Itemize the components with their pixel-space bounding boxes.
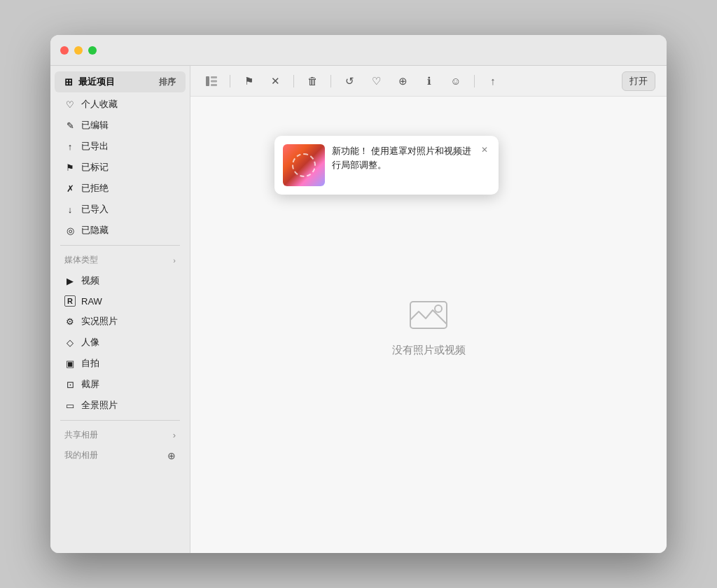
sort-button[interactable]: 排序: [159, 76, 176, 88]
share-toolbar-icon[interactable]: ↑: [483, 71, 503, 91]
reject-toolbar-icon[interactable]: ✕: [265, 71, 285, 91]
minimize-button[interactable]: [74, 46, 83, 55]
edit-icon: ✎: [64, 120, 76, 131]
rejected-label: 已拒绝: [81, 182, 109, 195]
open-button[interactable]: 打开: [622, 71, 655, 91]
sidebar-item-live[interactable]: ⚙ 实况照片: [55, 312, 186, 331]
portrait-icon: ◇: [64, 337, 76, 348]
panorama-icon: ▭: [64, 400, 76, 411]
portrait-label: 人像: [81, 336, 99, 349]
grid-icon: ⊞: [64, 76, 73, 88]
media-type-section: 媒体类型 ›: [55, 251, 186, 269]
notification-popup: 新功能！ 使用遮罩对照片和视频进行局部调整。 ✕: [274, 136, 499, 195]
shared-albums-section: 共享相册 ›: [55, 426, 186, 444]
sidebar-recent-header: ⊞ 最近项目 排序: [55, 71, 186, 92]
empty-state-text: 没有照片或视频: [392, 344, 466, 357]
heart-toolbar-icon[interactable]: ♡: [366, 71, 386, 91]
notification-text: 新功能！ 使用遮罩对照片和视频进行局部调整。: [332, 146, 471, 170]
toolbar-sep-3: [330, 75, 331, 88]
sidebar-item-imported[interactable]: ↓ 已导入: [55, 200, 186, 219]
exported-label: 已导出: [81, 140, 109, 153]
reject-icon: ✗: [64, 183, 76, 194]
svg-rect-0: [206, 76, 209, 86]
toolbar-sep-1: [230, 75, 230, 88]
screenshot-icon: ⊡: [64, 379, 76, 390]
sidebar-item-video[interactable]: ▶ 视频: [55, 271, 186, 290]
sidebar-item-selfie[interactable]: ▣ 自拍: [55, 354, 186, 373]
toolbar-sep-4: [474, 75, 475, 88]
close-button[interactable]: [60, 46, 69, 55]
svg-rect-2: [211, 80, 217, 82]
sidebar-item-raw[interactable]: R RAW: [55, 292, 186, 310]
screenshot-label: 截屏: [81, 378, 99, 391]
app-body: ⊞ 最近项目 排序 ♡ 个人收藏 ✎ 已编辑 ↑ 已导出 ⚑ 已标记: [50, 66, 667, 553]
sidebar-item-portrait[interactable]: ◇ 人像: [55, 332, 186, 352]
media-expand-icon[interactable]: ›: [173, 256, 176, 265]
shared-albums-expand-icon[interactable]: ›: [173, 430, 176, 440]
panorama-label: 全景照片: [81, 399, 118, 412]
video-label: 视频: [81, 274, 99, 287]
favorites-label: 个人收藏: [81, 98, 118, 111]
hidden-icon: ◎: [64, 225, 76, 236]
live-label: 实况照片: [81, 315, 118, 328]
notification-close-button[interactable]: ✕: [479, 144, 490, 155]
content-area: 新功能！ 使用遮罩对照片和视频进行局部调整。 ✕ 没有照片或视频: [190, 97, 667, 553]
app-window: ⊞ 最近项目 排序 ♡ 个人收藏 ✎ 已编辑 ↑ 已导出 ⚑ 已标记: [50, 35, 667, 553]
sidebar-item-flagged[interactable]: ⚑ 已标记: [55, 158, 186, 177]
import-icon: ↓: [64, 204, 76, 215]
edited-label: 已编辑: [81, 119, 109, 132]
live-icon: ⚙: [64, 316, 76, 327]
flag-icon: ⚑: [64, 162, 76, 173]
empty-state-icon: [408, 293, 450, 335]
sidebar-item-screenshot[interactable]: ⊡ 截屏: [55, 374, 186, 394]
notification-thumbnail: [283, 144, 325, 186]
traffic-lights: [60, 46, 97, 55]
add-album-icon[interactable]: ⊕: [167, 450, 176, 461]
sidebar-item-edited[interactable]: ✎ 已编辑: [55, 115, 186, 135]
face-toolbar-icon[interactable]: ☺: [446, 71, 466, 91]
sidebar-item-hidden[interactable]: ◎ 已隐藏: [55, 220, 186, 240]
selfie-icon: ▣: [64, 358, 76, 369]
media-type-label: 媒体类型: [64, 254, 98, 266]
sidebar-item-favorites[interactable]: ♡ 个人收藏: [55, 94, 186, 114]
imported-label: 已导入: [81, 203, 109, 216]
sidebar-item-panorama[interactable]: ▭ 全景照片: [55, 396, 186, 415]
notification-content: 新功能！ 使用遮罩对照片和视频进行局部调整。: [332, 144, 472, 172]
maximize-button[interactable]: [88, 46, 97, 55]
main-content: ⚑ ✕ 🗑 ↺ ♡ ⊕ ℹ ☺ ↑ 打开: [190, 66, 667, 553]
svg-rect-1: [211, 76, 217, 78]
sidebar-item-exported[interactable]: ↑ 已导出: [55, 136, 186, 156]
raw-icon: R: [64, 295, 76, 307]
my-albums-label: 我的相册: [64, 449, 98, 461]
sidebar: ⊞ 最近项目 排序 ♡ 个人收藏 ✎ 已编辑 ↑ 已导出 ⚑ 已标记: [50, 66, 190, 553]
delete-toolbar-icon[interactable]: 🗑: [302, 71, 322, 91]
export-icon: ↑: [64, 141, 76, 152]
sidebar-toggle-icon[interactable]: [202, 71, 221, 91]
recent-label: 最近项目: [78, 76, 115, 88]
svg-point-5: [435, 305, 442, 312]
my-albums-section: 我的相册 ⊕: [55, 447, 186, 464]
divider-2: [60, 420, 180, 421]
video-icon: ▶: [64, 275, 76, 286]
divider-1: [60, 245, 180, 246]
sidebar-item-rejected[interactable]: ✗ 已拒绝: [55, 178, 186, 198]
share-album-toolbar-icon[interactable]: ⊕: [393, 71, 412, 91]
selfie-label: 自拍: [81, 357, 99, 370]
flagged-label: 已标记: [81, 161, 109, 174]
info-toolbar-icon[interactable]: ℹ: [419, 71, 439, 91]
rotate-toolbar-icon[interactable]: ↺: [340, 71, 359, 91]
raw-label: RAW: [81, 296, 102, 307]
toolbar-sep-2: [293, 75, 294, 88]
toolbar: ⚑ ✕ 🗑 ↺ ♡ ⊕ ℹ ☺ ↑ 打开: [190, 66, 667, 97]
titlebar: [50, 35, 667, 66]
notification-image: [283, 144, 325, 186]
shared-albums-label: 共享相册: [64, 429, 98, 441]
svg-rect-3: [211, 84, 217, 86]
hidden-label: 已隐藏: [81, 224, 109, 237]
empty-state: 没有照片或视频: [392, 293, 466, 357]
flag-toolbar-icon[interactable]: ⚑: [239, 71, 258, 91]
heart-icon: ♡: [64, 99, 76, 110]
